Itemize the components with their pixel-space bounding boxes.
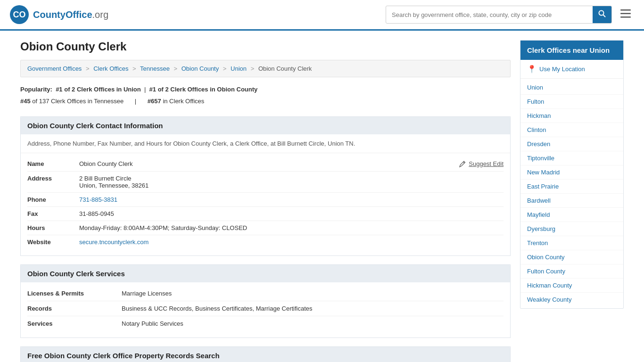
address-label: Address [27, 175, 79, 182]
phone-value: 731-885-3831 [79, 196, 117, 203]
svg-rect-4 [620, 9, 631, 11]
svg-line-3 [603, 15, 605, 17]
phone-link[interactable]: 731-885-3831 [79, 196, 117, 203]
suggest-edit-icon [459, 160, 466, 168]
address-value: 2 Bill Burnett Circle Union, Tennessee, … [79, 175, 149, 189]
hamburger-menu-button[interactable] [617, 7, 635, 23]
contact-section: Obion County Clerk Contact Information A… [20, 116, 511, 256]
logo-text: CountyOffice.org [33, 9, 108, 20]
sidebar-link-trenton[interactable]: Trenton [520, 236, 623, 250]
popularity-section: Popularity: #1 of 2 Clerk Offices in Uni… [20, 84, 511, 107]
search-button[interactable] [593, 6, 611, 23]
sidebar-link-east-prairie[interactable]: East Prairie [520, 180, 623, 194]
breadcrumb-link-union[interactable]: Union [231, 65, 247, 72]
search-icon [598, 10, 606, 17]
service-label-services: Services [27, 320, 122, 327]
breadcrumb-link-tennessee[interactable]: Tennessee [140, 65, 170, 72]
pop-stat1: #1 of 2 Clerk Offices in Union [56, 86, 141, 93]
popularity-label: Popularity: #1 of 2 Clerk Offices in Uni… [20, 84, 257, 95]
services-table: Licenses & Permits Marriage Licenses Rec… [21, 282, 510, 337]
sidebar-link-tiptonville[interactable]: Tiptonville [520, 151, 623, 165]
breadcrumb-current: Obion County Clerk [258, 65, 312, 72]
sidebar-link-union[interactable]: Union [520, 81, 623, 95]
fax-value: 31-885-0945 [79, 210, 114, 217]
sidebar-link-fulton-county[interactable]: Fulton County [520, 264, 623, 279]
sidebar-link-dresden[interactable]: Dresden [520, 137, 623, 151]
name-value: Obion County Clerk [79, 160, 132, 167]
pop-stat3: #45 of 137 Clerk Offices in Tennessee [20, 96, 124, 107]
service-row-services: Services Notary Public Services [27, 316, 504, 331]
site-header: CO CountyOffice.org [0, 0, 644, 31]
website-value: secure.tncountyclerk.com [79, 239, 149, 246]
contact-description: Address, Phone Number, Fax Number, and H… [21, 134, 510, 153]
service-value-licenses: Marriage Licenses [122, 290, 172, 297]
contact-fax-row: Fax 31-885-0945 [27, 207, 504, 221]
hamburger-icon [620, 9, 631, 18]
service-label-licenses: Licenses & Permits [27, 290, 122, 297]
svg-rect-5 [620, 13, 631, 15]
fax-label: Fax [27, 210, 79, 217]
contact-table: Name Obion County Clerk Suggest Edit Add… [21, 153, 510, 255]
hours-value: Monday-Friday: 8:00AM-4:30PM; Saturday-S… [79, 224, 247, 231]
free-search-section: Free Obion County Clerk Office Property … [20, 346, 511, 362]
sidebar-link-bardwell[interactable]: Bardwell [520, 194, 623, 208]
breadcrumb-link-clerk-offices[interactable]: Clerk Offices [93, 65, 128, 72]
search-bar [386, 6, 612, 24]
services-section: Obion County Clerk Services Licenses & P… [20, 264, 511, 338]
phone-label: Phone [27, 196, 79, 203]
main-container: Obion County Clerk Government Offices > … [11, 31, 633, 362]
sidebar-link-hickman-county[interactable]: Hickman County [520, 279, 623, 293]
content-area: Obion County Clerk Government Offices > … [20, 40, 511, 362]
svg-rect-6 [620, 16, 631, 18]
service-value-records: Business & UCC Records, Business Certifi… [122, 305, 313, 312]
sidebar: Clerk Offices near Union 📍 Use My Locati… [520, 40, 624, 362]
service-label-records: Records [27, 305, 122, 312]
breadcrumb-link-gov-offices[interactable]: Government Offices [27, 65, 82, 72]
contact-website-row: Website secure.tncountyclerk.com [27, 235, 504, 249]
sidebar-link-obion-county[interactable]: Obion County [520, 250, 623, 264]
website-label: Website [27, 239, 79, 246]
search-input[interactable] [386, 8, 593, 22]
sidebar-link-dyersburg[interactable]: Dyersburg [520, 222, 623, 236]
free-search-header: Free Obion County Clerk Office Property … [21, 347, 510, 362]
sidebar-link-weakley-county[interactable]: Weakley County [520, 293, 623, 306]
sidebar-link-new-madrid[interactable]: New Madrid [520, 165, 623, 180]
page-title: Obion County Clerk [20, 40, 511, 53]
name-label: Name [27, 160, 79, 167]
breadcrumb: Government Offices > Clerk Offices > Ten… [20, 60, 511, 77]
sidebar-links: Union Fulton Hickman Clinton Dresden Tip… [520, 79, 623, 308]
sidebar-title: Clerk Offices near Union [520, 41, 623, 60]
sidebar-link-mayfield[interactable]: Mayfield [520, 208, 623, 222]
svg-text:CO: CO [13, 10, 26, 19]
hours-label: Hours [27, 224, 79, 231]
logo-area: CO CountyOffice.org [9, 5, 108, 25]
sidebar-link-fulton[interactable]: Fulton [520, 95, 623, 109]
services-section-header: Obion County Clerk Services [21, 265, 510, 282]
sidebar-link-clinton[interactable]: Clinton [520, 123, 623, 137]
service-row-records: Records Business & UCC Records, Business… [27, 301, 504, 316]
website-link[interactable]: secure.tncountyclerk.com [79, 239, 149, 246]
sidebar-link-hickman[interactable]: Hickman [520, 109, 623, 123]
site-logo-icon: CO [9, 5, 29, 25]
service-value-services: Notary Public Services [122, 320, 183, 327]
breadcrumb-link-obion-county[interactable]: Obion County [182, 65, 219, 72]
contact-name-row: Name Obion County Clerk Suggest Edit [27, 157, 504, 172]
contact-phone-row: Phone 731-885-3831 [27, 193, 504, 207]
use-my-location-link[interactable]: Use My Location [539, 66, 585, 73]
suggest-edit-button[interactable]: Suggest Edit [459, 160, 504, 168]
contact-hours-row: Hours Monday-Friday: 8:00AM-4:30PM; Satu… [27, 221, 504, 235]
service-row-licenses: Licenses & Permits Marriage Licenses [27, 286, 504, 301]
contact-address-row: Address 2 Bill Burnett Circle Union, Ten… [27, 172, 504, 193]
pop-stat4: #657 in Clerk Offices [148, 96, 204, 107]
pop-stat2: #1 of 2 Clerk Offices in Obion County [149, 86, 258, 93]
sidebar-use-location: 📍 Use My Location [520, 60, 623, 79]
location-pin-icon: 📍 [527, 65, 537, 74]
sidebar-box: Clerk Offices near Union 📍 Use My Locati… [520, 40, 624, 309]
contact-section-header: Obion County Clerk Contact Information [21, 117, 510, 134]
header-right [386, 6, 635, 24]
